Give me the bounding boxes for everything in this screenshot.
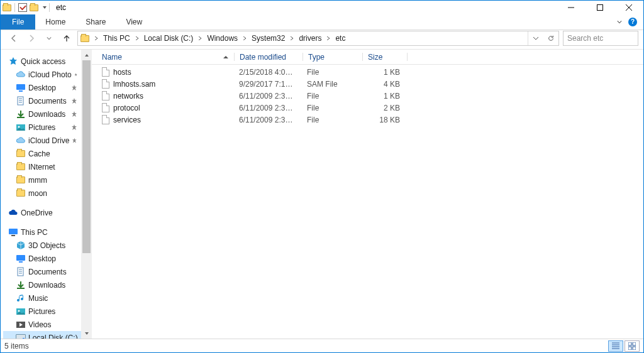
file-date: 6/11/2009 2:30 AM: [234, 116, 302, 124]
tree-this-pc[interactable]: This PC: [3, 225, 81, 239]
tab-share[interactable]: Share: [75, 14, 116, 30]
maximize-button[interactable]: [586, 1, 614, 14]
chevron-right-icon[interactable]: [134, 31, 140, 45]
tree-item-pictures[interactable]: Pictures: [3, 305, 81, 318]
breadcrumb-segment[interactable]: System32: [248, 31, 289, 45]
svg-rect-3: [19, 90, 23, 92]
tree-item-documents[interactable]: Documents: [3, 265, 81, 278]
columns-header: Name Date modified Type Size: [92, 50, 643, 65]
tree-item-downloads[interactable]: Downloads: [3, 278, 81, 291]
tree-item-label: Pictures: [28, 123, 55, 132]
file-row[interactable]: protocol6/11/2009 2:30 AMFile2 KB: [92, 102, 643, 114]
qat: etc: [1, 1, 66, 14]
minimize-button[interactable]: [557, 1, 586, 14]
close-button[interactable]: [614, 1, 643, 14]
search-box[interactable]: [563, 31, 638, 46]
file-icon: [102, 115, 109, 124]
breadcrumb-segment[interactable]: etc: [331, 31, 349, 45]
tree-item-internet[interactable]: INternet: [3, 160, 81, 173]
column-type[interactable]: Type: [303, 50, 362, 64]
forward-button[interactable]: [25, 31, 38, 45]
chevron-right-icon[interactable]: [93, 31, 99, 45]
tree-item-icloud-photo[interactable]: iCloud Photo: [3, 68, 81, 81]
file-list[interactable]: hosts2/15/2018 4:08 PMFile1 KBlmhosts.sa…: [92, 65, 643, 339]
tree-quick-access[interactable]: Quick access: [3, 55, 81, 68]
qat-dropdown-icon[interactable]: [43, 6, 47, 9]
tab-file[interactable]: File: [1, 14, 35, 30]
file-name: services: [113, 116, 141, 124]
tree-item-mmm[interactable]: mmm: [3, 173, 81, 187]
scroll-thumb[interactable]: [82, 60, 91, 253]
folder-icon: [2, 3, 12, 13]
sort-ascending-icon: [223, 56, 228, 58]
help-icon[interactable]: [628, 18, 637, 26]
pin-icon: [71, 98, 77, 104]
refresh-button[interactable]: [543, 31, 558, 45]
folder-icon: [16, 188, 26, 198]
scroll-up-button[interactable]: [81, 50, 92, 60]
tree-item-label: Videos: [28, 320, 51, 329]
tree-item-label: This PC: [21, 228, 48, 237]
videos-icon: [16, 320, 26, 330]
tree-item-icloud-drive[interactable]: iCloud Drive: [3, 134, 81, 147]
file-icon: [102, 103, 109, 112]
back-button[interactable]: [7, 31, 21, 45]
sidebar-scrollbar[interactable]: [81, 50, 92, 339]
file-row[interactable]: services6/11/2009 2:30 AMFile18 KB: [92, 114, 643, 126]
tree-item-videos[interactable]: Videos: [3, 318, 81, 331]
iclouddrive-icon: [16, 136, 26, 146]
tree-item-downloads[interactable]: Downloads: [3, 107, 81, 121]
file-row[interactable]: hosts2/15/2018 4:08 PMFile1 KB: [92, 66, 643, 78]
desktop-icon: [16, 83, 26, 93]
address-folder-icon[interactable]: [78, 31, 93, 45]
recent-locations-button[interactable]: [42, 31, 56, 45]
tree-item-pictures[interactable]: Pictures: [3, 121, 81, 134]
tree-item-desktop[interactable]: Desktop: [3, 81, 81, 94]
status-bar: 5 items: [1, 339, 643, 352]
scroll-down-button[interactable]: [81, 328, 92, 339]
documents-icon: [16, 267, 26, 277]
details-view-button[interactable]: [608, 340, 623, 352]
file-row[interactable]: networks6/11/2009 2:30 AMFile1 KB: [92, 90, 643, 102]
pin-icon: [71, 111, 77, 117]
properties-icon[interactable]: [18, 3, 28, 13]
tree-item-label: Music: [28, 294, 48, 303]
tree-item-cache[interactable]: Cache: [3, 147, 81, 160]
tab-home[interactable]: Home: [35, 14, 75, 30]
tree-onedrive[interactable]: OneDrive: [3, 206, 81, 219]
address-dropdown-button[interactable]: [528, 31, 543, 45]
svg-rect-10: [19, 261, 23, 263]
column-size[interactable]: Size: [363, 50, 407, 64]
folder-icon[interactable]: [29, 3, 39, 13]
icloud-icon: [16, 70, 26, 80]
breadcrumb-segment[interactable]: Local Disk (C:): [140, 31, 197, 45]
file-row[interactable]: lmhosts.sam9/29/2017 7:14 PMSAM File4 KB: [92, 78, 643, 90]
tree-item-documents[interactable]: Documents: [3, 94, 81, 107]
chevron-right-icon[interactable]: [325, 31, 331, 45]
breadcrumb-segment[interactable]: Windows: [203, 31, 242, 45]
up-button[interactable]: [60, 31, 74, 45]
chevron-right-icon[interactable]: [197, 31, 203, 45]
chevron-right-icon[interactable]: [289, 31, 295, 45]
tab-view[interactable]: View: [116, 14, 152, 30]
file-icon: [102, 91, 109, 100]
folder-icon: [16, 149, 26, 159]
tree-item-music[interactable]: Music: [3, 291, 81, 305]
tree-item-local-disk-c-[interactable]: Local Disk (C:): [3, 331, 81, 339]
column-date-modified[interactable]: Date modified: [235, 50, 303, 64]
ribbon-expand-icon[interactable]: [617, 18, 622, 26]
search-input[interactable]: [567, 34, 644, 43]
breadcrumb-segment[interactable]: drivers: [295, 31, 325, 45]
chevron-right-icon[interactable]: [242, 31, 248, 45]
tree-item-moon[interactable]: moon: [3, 187, 81, 200]
file-type: File: [302, 92, 361, 100]
svg-rect-8: [11, 235, 15, 236]
large-icons-view-button[interactable]: [625, 340, 640, 352]
breadcrumb-segment[interactable]: This PC: [99, 31, 134, 45]
address-bar[interactable]: This PCLocal Disk (C:)WindowsSystem32dri…: [77, 31, 559, 46]
tree-item-3d-objects[interactable]: 3D Objects: [3, 239, 81, 252]
qat-separator: [14, 3, 15, 12]
tree-item-desktop[interactable]: Desktop: [3, 252, 81, 265]
column-name[interactable]: Name: [97, 50, 234, 64]
scroll-track[interactable]: [81, 60, 92, 328]
